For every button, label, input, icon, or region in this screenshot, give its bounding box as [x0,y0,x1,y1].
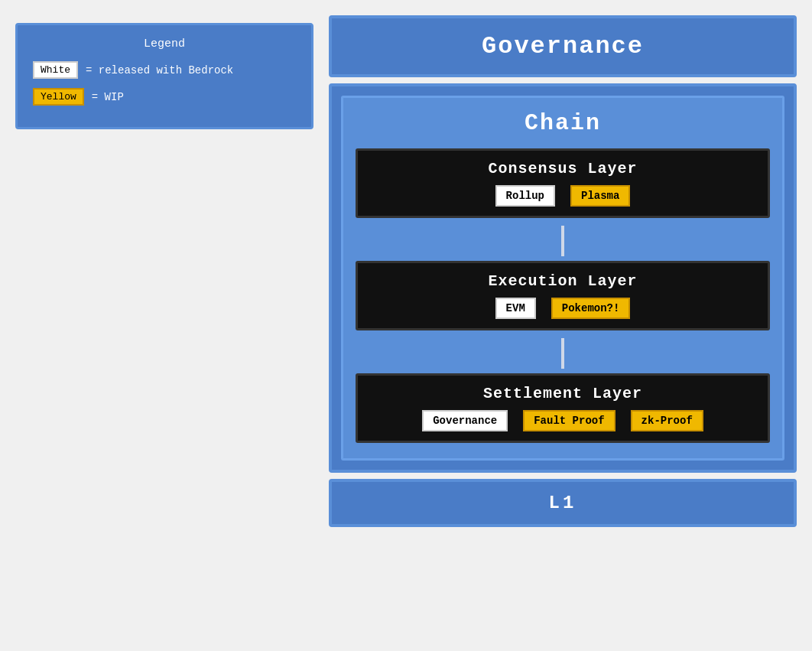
consensus-badges: Rollup Plasma [370,185,755,207]
connector-1 [356,221,770,261]
execution-layer-box: Execution Layer EVM Pokemon?! [356,261,770,330]
connector-line-2 [561,338,564,369]
zk-proof-badge: zk-Proof [631,410,703,431]
settlement-layer-title: Settlement Layer [370,385,755,402]
legend-white-desc: = released with Bedrock [86,64,233,76]
chain-outer: Chain Consensus Layer Rollup Plasma Exec… [329,83,797,473]
settlement-layer-box: Settlement Layer Governance Fault Proof … [356,373,770,443]
plasma-badge: Plasma [570,185,630,207]
execution-badges: EVM Pokemon?! [370,298,755,319]
l1-title: L1 [343,493,783,513]
chain-inner: Chain Consensus Layer Rollup Plasma Exec… [341,96,784,461]
chain-title: Chain [356,110,770,136]
legend-yellow-badge: Yellow [33,88,84,106]
fault-proof-badge: Fault Proof [523,410,615,431]
pokemon-badge: Pokemon?! [551,298,631,319]
l1-box: L1 [329,479,797,527]
legend-yellow-item: Yellow = WIP [33,88,296,106]
connector-2 [356,334,770,373]
consensus-layer-title: Consensus Layer [370,160,755,177]
legend-white-item: White = released with Bedrock [33,61,296,79]
legend-box: Legend White = released with Bedrock Yel… [15,23,313,129]
legend-white-badge: White [33,61,78,79]
governance-title: Governance [346,32,780,60]
governance-box: Governance [329,15,797,77]
evm-badge: EVM [495,298,536,319]
execution-layer-title: Execution Layer [370,272,755,290]
right-panel: Governance Chain Consensus Layer Rollup … [329,15,797,527]
connector-line-1 [561,226,564,256]
governance-badge: Governance [422,410,508,431]
legend-title: Legend [33,37,296,50]
settlement-badges: Governance Fault Proof zk-Proof [370,410,755,431]
rollup-badge: Rollup [495,185,555,207]
consensus-layer-box: Consensus Layer Rollup Plasma [356,148,770,218]
legend-yellow-desc: = WIP [92,91,124,103]
